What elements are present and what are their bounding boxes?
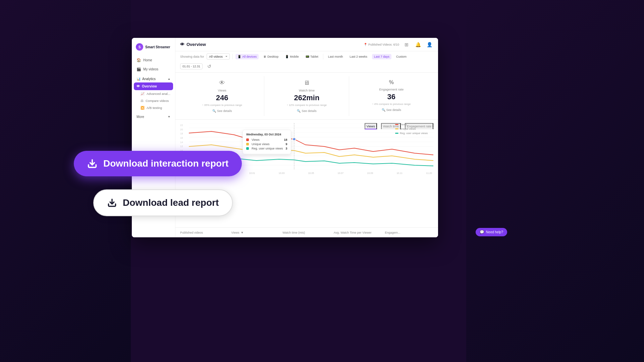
divider-1	[232, 54, 233, 59]
tooltip-label-views: Views	[252, 138, 281, 141]
engagement-value: 36	[387, 93, 395, 101]
sidebar-more[interactable]: More ▼	[134, 113, 173, 120]
sidebar-item-ab-testing[interactable]: 🔀 A/B testing	[134, 104, 173, 111]
chart-legend: Views Unique views Reg. user unique view…	[395, 123, 432, 135]
tooltip-dot-reg	[246, 147, 249, 150]
watch-details-link[interactable]: 🔍 See details	[297, 109, 317, 113]
overview-icon: 👁	[137, 84, 140, 88]
engagement-label: Engagement rate	[379, 87, 404, 91]
user-button[interactable]: 👤	[425, 41, 433, 49]
device-mobile-button[interactable]: 📱 Mobile	[283, 54, 301, 59]
watch-icon: 🖥	[304, 79, 310, 86]
table-col-avg-watch: Avg. Watch Time per Viewer	[334, 231, 382, 234]
sidebar-item-label: My videos	[143, 67, 158, 71]
table-col-published: Published videos	[180, 231, 229, 234]
analytics-label: Analytics	[142, 77, 156, 81]
watch-compare: ↑ 12% compare to previous range	[287, 104, 327, 107]
filter-toolbar: Showing data for All videos 📱 All device…	[175, 51, 438, 73]
notifications-button[interactable]: 🔔	[414, 41, 422, 49]
stat-views: 👁 Views 246 ↑ 35% compare to previous ra…	[180, 76, 264, 116]
sidebar-item-advanced[interactable]: 📈 Advanced anal...	[134, 90, 173, 97]
legend-unique-views: Unique views	[395, 127, 432, 130]
engagement-details-link[interactable]: 🔍 See details	[382, 108, 401, 112]
col-published-label: Published videos	[180, 231, 203, 234]
overview-eye-icon: 👁	[180, 42, 184, 47]
download-lead-report-button[interactable]: Download lead report	[93, 189, 233, 216]
logo: S Smart Streamer	[132, 43, 175, 56]
mobile-icon: 📱	[285, 55, 289, 58]
custom-date-button[interactable]: Custom	[394, 54, 409, 59]
advanced-icon: 📈	[141, 92, 145, 96]
tooltip-date: Wednesday, 03 Oct 2024	[246, 133, 287, 136]
legend-unique-dot	[395, 128, 398, 129]
tooltip-row-unique: Unique views 9	[246, 142, 287, 146]
tooltip-dot-unique	[246, 143, 249, 145]
sidebar-item-my-videos[interactable]: 🎬 My videos	[134, 65, 173, 73]
chevron-down-icon: ▼	[168, 115, 170, 118]
grid-view-button[interactable]: ⊞	[402, 41, 411, 49]
interaction-report-label: Download interaction report	[103, 158, 228, 169]
legend-views: Views	[395, 123, 432, 126]
device-tablet-button[interactable]: 📟 Tablet	[304, 54, 320, 59]
legend-views-label: Views	[400, 123, 407, 126]
engagement-compare: ↑ 4% compare to previous range	[372, 103, 411, 106]
sort-icon[interactable]: ▼	[240, 231, 244, 234]
video-select[interactable]: All videos	[207, 53, 230, 60]
last-2-weeks-button[interactable]: Last 2 weeks	[347, 54, 369, 59]
header-actions: 📍 Published Videos: 6/10 ⊞ 🔔 👤	[364, 41, 433, 49]
device-all-button[interactable]: 📱 All devices	[235, 54, 259, 59]
legend-views-dot	[395, 124, 398, 125]
watch-value: 262min	[294, 94, 320, 102]
analytics-icon: 📊	[137, 77, 141, 81]
sidebar-item-label: Home	[143, 58, 152, 62]
stats-row: 👁 Views 246 ↑ 35% compare to previous ra…	[175, 73, 438, 120]
sidebar-nav: 🏠 Home 🎬 My videos	[132, 56, 175, 73]
sidebar-item-compare[interactable]: ⚖ Compare videos	[134, 97, 173, 104]
tooltip-label-unique: Unique views	[252, 142, 283, 146]
sidebar-item-overview[interactable]: 👁 Overview	[134, 82, 173, 90]
lead-report-label: Download lead report	[123, 197, 219, 208]
sidebar-analytics-group[interactable]: 📊 Analytics ▲	[134, 75, 173, 82]
divider-2	[323, 54, 323, 59]
need-help-button[interactable]: 💬 Need help?	[476, 228, 507, 236]
refresh-button[interactable]: ↺	[205, 62, 213, 70]
page-title: 👁 Overview	[180, 42, 206, 47]
col-views-label: Views	[231, 231, 239, 234]
desktop-icon: 🖥	[263, 55, 266, 58]
chart-tooltip: Wednesday, 03 Oct 2024 Views 18 Unique v…	[243, 130, 291, 154]
search-icon: 🔍	[382, 108, 385, 112]
tablet-icon: 📟	[306, 55, 309, 58]
table-col-engagement: Engagem...	[385, 231, 433, 234]
table-col-views: Views ▼	[231, 231, 280, 234]
table-hint: Published videos Views ▼ Watch time (mis…	[175, 227, 438, 237]
table-col-watch-time: Watch time (mis)	[282, 231, 331, 234]
legend-reg-dot	[395, 133, 398, 134]
views-value: 246	[216, 94, 228, 102]
sidebar-item-home[interactable]: 🏠 Home	[134, 56, 173, 64]
legend-unique-label: Unique views	[400, 127, 416, 130]
logo-text: Smart Streamer	[145, 45, 170, 49]
search-icon: 🔍	[212, 109, 216, 113]
watch-label: Watch time	[299, 88, 315, 92]
tooltip-val-unique: 9	[286, 142, 287, 146]
ab-icon: 🔀	[141, 106, 145, 110]
download-interaction-icon	[87, 159, 97, 169]
compare-icon: ⚖	[141, 99, 144, 103]
download-interaction-report-button[interactable]: Download interaction report	[74, 151, 242, 176]
help-icon: 💬	[480, 230, 484, 234]
logo-icon: S	[136, 43, 143, 51]
legend-reg-views: Reg. user unique views	[395, 132, 432, 135]
showing-label: Showing data for	[180, 55, 204, 58]
last-7-days-button[interactable]: Last 7 days	[372, 54, 391, 59]
tooltip-row-reg: Reg. user unique views 3	[246, 147, 287, 150]
col-engagement-label: Engagem...	[385, 231, 400, 234]
legend-reg-label: Reg. user unique views	[400, 132, 428, 135]
views-details-link[interactable]: 🔍 See details	[212, 109, 232, 113]
published-badge: 📍 Published Videos: 6/10	[364, 43, 399, 46]
engagement-icon: %	[389, 79, 394, 85]
tooltip-val-views: 18	[284, 138, 287, 141]
device-desktop-button[interactable]: 🖥 Desktop	[261, 54, 280, 59]
videos-icon: 🎬	[137, 67, 141, 71]
last-month-button[interactable]: Last month	[326, 54, 345, 59]
views-icon: 👁	[219, 79, 225, 86]
